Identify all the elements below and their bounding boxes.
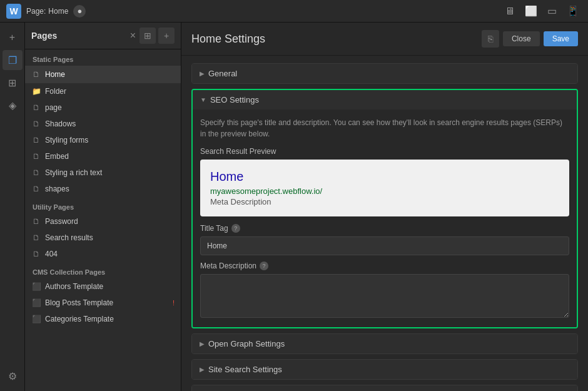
preview-url: myawesomeproject.webflow.io/	[210, 186, 559, 196]
page-file-icon: 🗋	[31, 168, 41, 178]
page-name-shadows: Shadows	[45, 119, 175, 128]
page-file-icon: 🗋	[31, 135, 41, 145]
general-section-header[interactable]: ▶ General	[192, 64, 577, 83]
laptop-icon[interactable]: ▭	[545, 4, 559, 18]
add-folder-btn[interactable]: ⊞	[139, 28, 156, 44]
cms-btn[interactable]: ⊞	[3, 73, 23, 93]
cms-pages-label: CMS Collection Pages	[25, 262, 181, 278]
page-item-blog-posts-template[interactable]: ⬛ Blog Posts Template !	[25, 295, 181, 311]
utility-pages-label: Utility Pages	[25, 197, 181, 213]
topbar: W Page: Home ● 🖥 ⬜ ▭ 📱	[0, 0, 588, 23]
header-actions: ⎘ Close Save	[482, 30, 578, 48]
open-graph-chevron-icon: ▶	[200, 340, 205, 347]
main-layout: + ❐ ⊞ ◈ ⚙ Pages × ⊞ + Static Pages 🗋 Hom…	[0, 23, 588, 391]
assets-btn[interactable]: ◈	[3, 95, 23, 115]
page-file-icon: 🗋	[31, 69, 41, 79]
pages-panel-title: Pages	[31, 31, 126, 41]
custom-code-section: ▶ Custom Code	[191, 385, 578, 391]
page-name-folder: Folder	[45, 87, 175, 96]
page-file-icon: 🗋	[31, 119, 41, 129]
seo-section-header[interactable]: ▼ SEO Settings	[193, 90, 577, 109]
page-file-icon: 🗋	[31, 249, 41, 259]
page-name-styling-rich-text: Styling a rich text	[45, 168, 175, 177]
add-page-btn[interactable]: +	[158, 28, 175, 44]
title-tag-label: Title Tag ?	[200, 224, 569, 233]
seo-content: Specify this page's title and descriptio…	[193, 109, 577, 327]
seo-section: ▼ SEO Settings Specify this page's title…	[191, 89, 578, 328]
page-item-404[interactable]: 🗋 404	[25, 246, 181, 262]
duplicate-btn[interactable]: ⎘	[482, 30, 499, 48]
page-item-home[interactable]: 🗋 Home ⌂ ›	[25, 66, 181, 83]
desktop-icon[interactable]: 🖥	[502, 4, 517, 18]
close-settings-btn[interactable]: Close	[503, 31, 540, 46]
open-graph-section-label: Open Graph Settings	[208, 339, 285, 348]
pages-btn[interactable]: ❐	[3, 50, 23, 70]
page-item-password[interactable]: 🗋 Password	[25, 213, 181, 230]
device-switcher: 🖥 ⬜ ▭ 📱	[502, 4, 582, 18]
pages-panel: Pages × ⊞ + Static Pages 🗋 Home ⌂ › 📁 Fo…	[25, 23, 181, 391]
content-header: Home Settings ⎘ Close Save	[181, 23, 588, 56]
static-pages-label: Static Pages	[25, 49, 181, 66]
general-chevron-icon: ▶	[200, 70, 205, 77]
site-search-section-header[interactable]: ▶ Site Search Settings	[192, 360, 577, 379]
page-item-shapes[interactable]: 🗋 shapes	[25, 181, 181, 197]
save-settings-btn[interactable]: Save	[544, 31, 578, 46]
site-search-chevron-icon: ▶	[200, 366, 205, 373]
title-tag-help-icon[interactable]: ?	[231, 224, 240, 233]
pages-header: Pages × ⊞ +	[25, 23, 181, 49]
meta-desc-textarea[interactable]	[200, 274, 569, 318]
page-file-icon: 🗋	[31, 233, 41, 243]
site-search-section-label: Site Search Settings	[208, 365, 282, 374]
home-icon[interactable]: ⌂	[151, 69, 162, 80]
page-name-categories-template: Categories Template	[45, 315, 175, 323]
custom-code-section-header[interactable]: ▶ Custom Code	[192, 385, 577, 391]
page-name-password: Password	[45, 217, 175, 226]
title-tag-input[interactable]	[200, 236, 569, 255]
page-item-folder[interactable]: 📁 Folder	[25, 83, 181, 99]
pages-actions: ⊞ +	[139, 28, 175, 44]
pages-panel-close[interactable]: ×	[130, 30, 136, 41]
page-name-search-results: Search results	[45, 233, 175, 242]
seo-description: Specify this page's title and descriptio…	[200, 117, 569, 140]
page-item-styling-forms[interactable]: 🗋 Styling forms	[25, 132, 181, 148]
open-graph-section: ▶ Open Graph Settings	[191, 333, 578, 354]
pages-list: Static Pages 🗋 Home ⌂ › 📁 Folder 🗋 page …	[25, 49, 181, 391]
page-item-search-results[interactable]: 🗋 Search results	[25, 230, 181, 246]
arrow-right-icon[interactable]: ›	[163, 69, 175, 80]
page-item-categories-template[interactable]: ⬛ Categories Template	[25, 311, 181, 327]
general-section: ▶ General	[191, 63, 578, 84]
page-status-icon[interactable]: ●	[73, 5, 86, 18]
page-item-page[interactable]: 🗋 page	[25, 99, 181, 116]
page-file-icon: 🗋	[31, 103, 41, 113]
general-section-label: General	[208, 69, 237, 78]
icon-sidebar: + ❐ ⊞ ◈ ⚙	[0, 23, 25, 391]
page-name-blog-posts-template: Blog Posts Template	[45, 298, 168, 307]
search-preview-label: Search Result Preview	[200, 147, 569, 156]
add-elements-btn[interactable]: +	[3, 28, 23, 48]
seo-chevron-icon: ▼	[200, 96, 206, 103]
folder-icon: 📁	[31, 86, 41, 96]
page-name-styling-forms: Styling forms	[45, 136, 175, 145]
meta-desc-help-icon[interactable]: ?	[260, 262, 268, 270]
page-name-shapes: shapes	[45, 185, 175, 193]
page-item-authors-template[interactable]: ⬛ Authors Template	[25, 278, 181, 295]
page-settings-title: Home Settings	[191, 33, 477, 46]
blog-posts-warning-icon: !	[173, 299, 175, 307]
page-item-embed[interactable]: 🗋 Embed	[25, 148, 181, 165]
seo-section-label: SEO Settings	[210, 95, 259, 104]
open-graph-section-header[interactable]: ▶ Open Graph Settings	[192, 334, 577, 353]
page-item-shadows[interactable]: 🗋 Shadows	[25, 116, 181, 132]
cms-page-icon: ⬛	[31, 282, 41, 292]
webflow-logo: W	[6, 4, 21, 19]
page-name-home: Home	[45, 70, 147, 79]
page-name-authors-template: Authors Template	[45, 282, 175, 291]
tablet-icon[interactable]: ⬜	[522, 4, 540, 18]
preview-title: Home	[210, 170, 559, 184]
page-breadcrumb: Page: Home	[26, 7, 68, 16]
page-name-404: 404	[45, 250, 175, 258]
page-file-icon: 🗋	[31, 184, 41, 194]
page-item-styling-rich-text[interactable]: 🗋 Styling a rich text	[25, 165, 181, 181]
settings-btn[interactable]: ⚙	[3, 366, 23, 386]
mobile-icon[interactable]: 📱	[564, 4, 582, 18]
settings-body: ▶ General ▼ SEO Settings Specify this pa…	[181, 56, 588, 391]
